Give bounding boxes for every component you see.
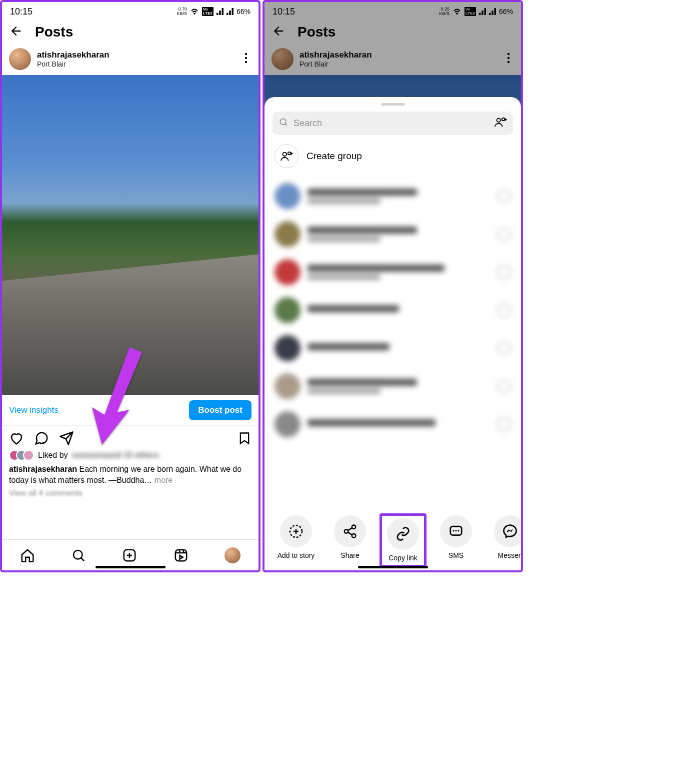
liked-by-names: someoneand 10 others xyxy=(72,451,159,460)
share-actions-row: Add to story Share Copy link SMS xyxy=(264,508,521,570)
share-action-copy-link[interactable]: Copy link xyxy=(380,513,426,567)
svg-point-12 xyxy=(283,153,286,156)
svg-point-13 xyxy=(288,152,291,155)
gesture-bar xyxy=(358,566,428,568)
status-time: 10:15 xyxy=(10,7,32,17)
svg-point-9 xyxy=(280,119,286,125)
like-icon[interactable] xyxy=(9,431,24,446)
signal-icon-1 xyxy=(216,8,224,15)
contacts-list[interactable] xyxy=(264,177,521,508)
wifi-icon xyxy=(190,8,199,15)
svg-rect-5 xyxy=(175,549,186,561)
post-caption[interactable]: atishrajasekharan Each morning we are bo… xyxy=(2,463,258,487)
contact-item xyxy=(274,215,511,253)
page-title: Posts xyxy=(35,24,73,40)
contact-item xyxy=(274,405,511,443)
add-to-story-icon xyxy=(280,515,312,547)
post-image[interactable] xyxy=(2,75,258,395)
post-actions xyxy=(2,426,258,448)
svg-point-10 xyxy=(497,119,500,122)
share-action-share[interactable]: Share xyxy=(326,515,374,564)
liked-by-label: Liked by xyxy=(38,451,68,460)
contact-item xyxy=(274,291,511,329)
svg-point-16 xyxy=(344,529,348,533)
svg-point-11 xyxy=(502,118,505,121)
phone-right-share-sheet: 10:15 0.25KB/S VoLTE2 66% Posts atishraj… xyxy=(262,0,523,572)
post-location[interactable]: Port Blair xyxy=(37,60,240,68)
lte-badge: VoLTE2 xyxy=(202,7,214,16)
create-group-button[interactable]: Create group xyxy=(264,135,521,177)
nav-reels-icon[interactable] xyxy=(174,548,188,563)
nav-profile-avatar[interactable] xyxy=(224,547,240,563)
battery-percent: 66% xyxy=(236,8,250,16)
share-action-add-to-story[interactable]: Add to story xyxy=(272,515,320,564)
share-nodes-icon xyxy=(334,515,366,547)
svg-point-21 xyxy=(458,530,459,531)
likes-row[interactable]: Liked by someoneand 10 others xyxy=(2,448,258,463)
save-icon[interactable] xyxy=(238,431,252,445)
svg-point-19 xyxy=(452,530,454,531)
nav-search-icon[interactable] xyxy=(71,548,86,563)
view-comments-link[interactable]: View all 4 comments xyxy=(2,487,258,500)
nav-home-icon[interactable] xyxy=(20,548,35,563)
back-icon[interactable] xyxy=(9,24,23,40)
share-action-sms[interactable]: SMS xyxy=(432,515,480,564)
post-username[interactable]: atishrajasekharan xyxy=(37,50,240,60)
search-placeholder: Search xyxy=(294,118,322,129)
svg-point-0 xyxy=(245,53,247,55)
signal-icon-2 xyxy=(226,8,234,15)
svg-point-17 xyxy=(352,534,356,538)
create-group-icon xyxy=(274,144,298,168)
svg-point-15 xyxy=(352,525,356,529)
boost-post-button[interactable]: Boost post xyxy=(189,400,252,420)
svg-point-1 xyxy=(245,57,247,59)
share-icon[interactable] xyxy=(59,431,74,446)
link-icon xyxy=(387,518,419,550)
search-input[interactable]: Search xyxy=(272,112,513,135)
contact-item xyxy=(274,329,511,367)
post-header: atishrajasekharan Port Blair xyxy=(2,48,258,75)
more-options-icon[interactable] xyxy=(240,50,252,69)
nav-new-post-icon[interactable] xyxy=(122,548,137,563)
svg-point-3 xyxy=(74,550,82,559)
status-bar: 10:15 0.70KB/S VoLTE2 66% xyxy=(2,2,258,19)
gesture-bar xyxy=(96,566,166,568)
messenger-icon xyxy=(494,515,521,547)
user-avatar[interactable] xyxy=(9,48,31,70)
sms-icon xyxy=(440,515,472,547)
share-bottom-sheet: Search Create group Ad xyxy=(264,97,521,570)
svg-point-2 xyxy=(245,61,247,63)
svg-point-20 xyxy=(455,530,456,531)
caption-more[interactable]: more xyxy=(154,476,172,484)
contact-item xyxy=(274,367,511,405)
view-insights-link[interactable]: View insights xyxy=(9,405,58,415)
create-group-label: Create group xyxy=(306,151,362,162)
contact-item xyxy=(274,177,511,215)
add-group-icon[interactable] xyxy=(494,117,507,130)
sheet-handle[interactable] xyxy=(381,103,405,106)
share-action-messenger[interactable]: Messen xyxy=(486,515,521,564)
contact-item xyxy=(274,253,511,291)
app-header: Posts xyxy=(2,19,258,48)
search-icon xyxy=(278,117,288,130)
comment-icon[interactable] xyxy=(34,431,49,446)
phone-left-instagram-post: 10:15 0.70KB/S VoLTE2 66% Posts atishraj… xyxy=(0,0,260,572)
